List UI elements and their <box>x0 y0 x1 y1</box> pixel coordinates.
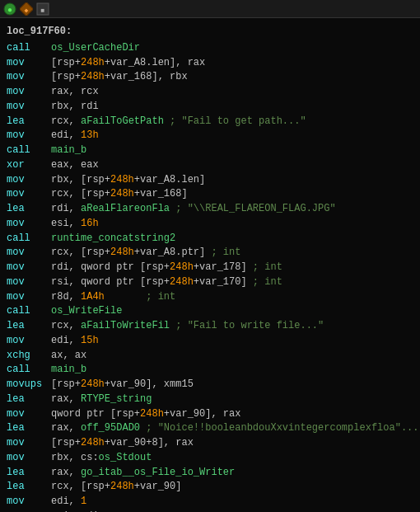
icon-3: ■ <box>36 2 49 16</box>
op-20: rcx, aFailToWriteFil ; "Fail to write fi… <box>51 319 324 334</box>
svg-text:◆: ◆ <box>25 7 29 14</box>
mnemonic-lea-4: lea <box>7 392 51 407</box>
mnemonic-call-3: call <box>7 232 51 247</box>
loc-label-line: loc_917F60: <box>7 25 413 40</box>
code-line-8: call main_b <box>7 143 413 158</box>
code-line-32: mov edi, 1 <box>7 495 413 510</box>
code-line-12: lea rdi, aRealFlareonFla ; "\\REAL_FLARE… <box>7 202 413 217</box>
op-22: ax, ax <box>51 349 86 364</box>
code-line-1: call os_UserCacheDir <box>7 41 413 56</box>
code-line-15: mov rcx, [rsp+248h+var_A8.ptr] ; int <box>7 246 413 261</box>
mnemonic-mov-7: mov <box>7 187 51 202</box>
op-11: rcx, [rsp+248h+var_168] <box>51 187 188 202</box>
func-5: main_b <box>51 363 86 378</box>
mnemonic-mov-8: mov <box>7 217 51 232</box>
mnemonic-mov-11: mov <box>7 275 51 290</box>
mnemonic-mov-17: mov <box>7 495 51 510</box>
code-line-7: mov edi, 13h <box>7 129 413 143</box>
op-10: rbx, [rsp+248h+var_A8.len] <box>51 173 205 188</box>
op-27: rax, off_95DAD0 ; "Noice!!booleanb​douXx… <box>51 421 419 436</box>
op-28: [rsp+248h+var_90+8], rax <box>51 436 194 451</box>
op-12: rdi, aRealFlareonFla ; "\\REAL_FLAREON_F… <box>51 202 336 217</box>
code-line-11: mov rcx, [rsp+248h+var_168] <box>7 187 413 202</box>
mnemonic-mov-14: mov <box>7 407 51 422</box>
mnemonic-xor-1: xor <box>7 158 51 173</box>
code-line-16: mov rdi, qword ptr [rsp+248h+var_178] ; … <box>7 261 413 275</box>
code-line-25: lea rax, RTYPE_string <box>7 392 413 407</box>
op-15: rcx, [rsp+248h+var_A8.ptr] ; int <box>51 246 240 261</box>
svg-text:■: ■ <box>41 7 45 14</box>
mnemonic-call-4: call <box>7 304 51 319</box>
mnemonic-call-5: call <box>7 363 51 378</box>
mnemonic-mov-10: mov <box>7 261 51 275</box>
code-line-27: lea rax, off_95DAD0 ; "Noice!!booleanb​d… <box>7 421 413 436</box>
mnemonic-mov-1: mov <box>7 56 51 71</box>
loc-label: loc_917F60: <box>7 25 72 40</box>
mnemonic-mov-15: mov <box>7 436 51 451</box>
code-line-31: lea rcx, [rsp+248h+var_90] <box>7 480 413 495</box>
code-line-14: call runtime_concatstring2 <box>7 232 413 247</box>
mnemonic-mov-16: mov <box>7 451 51 466</box>
op-29: rbx, cs:os_Stdout <box>51 451 152 466</box>
op-6: rcx, aFailToGetPath ; "Fail to get path.… <box>51 115 306 129</box>
code-line-13: mov esi, 16h <box>7 217 413 232</box>
op-9: eax, eax <box>51 158 99 173</box>
op-17: rsi, qword ptr [rsp+248h+var_170] ; int <box>51 275 282 290</box>
mnemonic-lea-3: lea <box>7 319 51 334</box>
icon-1: ● <box>3 2 16 16</box>
op-18: r8d, 1A4h ; int <box>51 290 175 305</box>
code-line-17: mov rsi, qword ptr [rsp+248h+var_170] ; … <box>7 275 413 290</box>
op-13: esi, 16h <box>51 217 99 232</box>
code-line-19: call os_WriteFile <box>7 304 413 319</box>
code-line-18: mov r8d, 1A4h ; int <box>7 290 413 305</box>
op-25: rax, RTYPE_string <box>51 392 152 407</box>
mnemonic-mov-4: mov <box>7 100 51 115</box>
op-7: edi, 13h <box>51 129 99 143</box>
code-line-4: mov rax, rcx <box>7 85 413 100</box>
code-line-22: xchg ax, ax <box>7 349 413 364</box>
code-line-23: call main_b <box>7 363 413 378</box>
code-line-29: mov rbx, cs:os_Stdout <box>7 451 413 466</box>
op-2: [rsp+248h+var_A8.len], rax <box>51 56 205 71</box>
code-line-2: mov [rsp+248h+var_A8.len], rax <box>7 56 413 71</box>
icon-2: ◆ <box>20 2 33 16</box>
code-line-24: movups [rsp+248h+var_90], xmm15 <box>7 378 413 392</box>
mnemonic-movups-1: movups <box>7 378 51 392</box>
op-16: rdi, qword ptr [rsp+248h+var_178] ; int <box>51 261 282 275</box>
op-5: rbx, rdi <box>51 100 99 115</box>
mnemonic-call-1: call <box>7 41 51 56</box>
op-26: qword ptr [rsp+248h+var_90], rax <box>51 407 240 422</box>
code-line-6: lea rcx, aFailToGetPath ; "Fail to get p… <box>7 115 413 129</box>
code-line-5: mov rbx, rdi <box>7 100 413 115</box>
mnemonic-mov-13: mov <box>7 334 51 349</box>
code-line-28: mov [rsp+248h+var_90+8], rax <box>7 436 413 451</box>
mnemonic-lea-2: lea <box>7 202 51 217</box>
func-3: runtime_concatstring2 <box>51 232 175 247</box>
mnemonic-lea-1: lea <box>7 115 51 129</box>
title-bar: ● ◆ ■ <box>0 0 420 18</box>
code-line-10: mov rbx, [rsp+248h+var_A8.len] <box>7 173 413 188</box>
func-2: main_b <box>51 143 86 158</box>
mnemonic-lea-7: lea <box>7 480 51 495</box>
mnemonic-mov-6: mov <box>7 173 51 188</box>
op-4: rax, rcx <box>51 85 99 100</box>
func-1: os_UserCacheDir <box>51 41 140 56</box>
code-line-9: xor eax, eax <box>7 158 413 173</box>
op-30: rax, go_itab__os_File_io_Writer <box>51 466 235 481</box>
mnemonic-lea-5: lea <box>7 421 51 436</box>
svg-text:●: ● <box>7 6 12 15</box>
mnemonic-mov-9: mov <box>7 246 51 261</box>
code-line-30: lea rax, go_itab__os_File_io_Writer <box>7 466 413 481</box>
code-area: loc_917F60: call os_UserCacheDir mov [rs… <box>0 18 420 512</box>
mnemonic-mov-12: mov <box>7 290 51 305</box>
mnemonic-call-2: call <box>7 143 51 158</box>
code-line-20: lea rcx, aFailToWriteFil ; "Fail to writ… <box>7 319 413 334</box>
func-4: os_WriteFile <box>51 304 122 319</box>
mnemonic-lea-6: lea <box>7 466 51 481</box>
mnemonic-mov-5: mov <box>7 129 51 143</box>
mnemonic-mov-3: mov <box>7 85 51 100</box>
op-3: [rsp+248h+var_168], rbx <box>51 70 188 85</box>
code-line-3: mov [rsp+248h+var_168], rbx <box>7 70 413 85</box>
code-line-26: mov qword ptr [rsp+248h+var_90], rax <box>7 407 413 422</box>
mnemonic-mov-2: mov <box>7 70 51 85</box>
